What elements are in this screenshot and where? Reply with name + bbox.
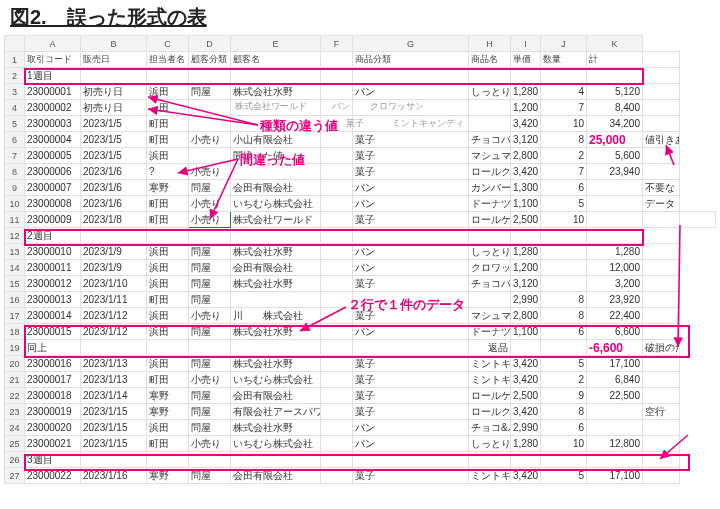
cell[interactable]: 7	[541, 100, 587, 116]
cell[interactable]	[189, 340, 231, 356]
cell[interactable]: 問屋	[189, 244, 231, 260]
cell[interactable]	[321, 244, 353, 260]
cell[interactable]: 22,500	[587, 388, 643, 404]
cell[interactable]: 2,990	[511, 420, 541, 436]
cell[interactable]: 浜田	[147, 276, 189, 292]
cell[interactable]: 23,940	[587, 164, 643, 180]
cell[interactable]: 小売り	[189, 372, 231, 388]
cell[interactable]: 破損のため	[643, 340, 680, 356]
cell[interactable]	[353, 452, 469, 468]
cell[interactable]: 6,840	[587, 372, 643, 388]
cell[interactable]: 2023/1/13	[81, 372, 147, 388]
col-G[interactable]: G	[353, 36, 469, 52]
cell[interactable]	[321, 228, 353, 244]
cell[interactable]: 23000005	[25, 148, 81, 164]
cell[interactable]: 2023/1/6	[81, 164, 147, 180]
row-header[interactable]: 5	[5, 116, 25, 132]
cell[interactable]: 2023/1/15	[81, 436, 147, 452]
cell[interactable]: ?	[147, 164, 189, 180]
cell[interactable]: 23000004	[25, 132, 81, 148]
cell[interactable]: 寒野	[147, 388, 189, 404]
cell[interactable]: マシュマロ	[469, 148, 511, 164]
cell[interactable]	[643, 452, 680, 468]
cell[interactable]: 問屋	[189, 260, 231, 276]
cell[interactable]: ドーナツ５個詰め	[469, 324, 511, 340]
cell[interactable]: 5	[541, 356, 587, 372]
cell[interactable]: 17,100	[587, 356, 643, 372]
cell[interactable]	[189, 452, 231, 468]
header-cell[interactable]	[643, 52, 680, 68]
cell[interactable]	[643, 84, 680, 100]
cell[interactable]	[321, 164, 353, 180]
cell[interactable]: パン	[353, 84, 469, 100]
cell[interactable]: 2023/1/14	[81, 388, 147, 404]
header-cell[interactable]: 取引コード	[25, 52, 81, 68]
cell[interactable]	[81, 452, 147, 468]
cell[interactable]: ロールクッキー詰め合わせ	[469, 404, 511, 420]
header-cell[interactable]: 担当者名	[147, 52, 189, 68]
cell[interactable]: 23000011	[25, 260, 81, 276]
col-J[interactable]: J	[541, 36, 587, 52]
cell[interactable]: 5	[541, 196, 587, 212]
cell[interactable]: 23000010	[25, 244, 81, 260]
cell[interactable]: 2023/1/9	[81, 260, 147, 276]
cell[interactable]	[469, 100, 511, 116]
cell[interactable]	[81, 340, 147, 356]
row-header[interactable]: 15	[5, 276, 25, 292]
cell[interactable]: データ	[643, 196, 680, 212]
cell[interactable]	[81, 228, 147, 244]
cell[interactable]	[541, 244, 587, 260]
cell[interactable]: 問屋	[189, 84, 231, 100]
row-header[interactable]: 8	[5, 164, 25, 180]
cell[interactable]	[231, 292, 321, 308]
cell[interactable]: チョコ&バニラクッキー	[469, 420, 511, 436]
cell[interactable]: 問屋	[189, 356, 231, 372]
cell[interactable]: ロールクッキー詰め合わせ	[469, 164, 511, 180]
cell[interactable]	[321, 148, 353, 164]
cell[interactable]: 2023/1/15	[81, 420, 147, 436]
cell[interactable]	[231, 100, 321, 116]
cell[interactable]: 2,500	[511, 388, 541, 404]
cell[interactable]	[321, 100, 353, 116]
cell[interactable]: 1週目	[25, 68, 81, 84]
cell[interactable]: 浜田	[147, 308, 189, 324]
cell[interactable]	[541, 68, 587, 84]
cell[interactable]	[643, 260, 680, 276]
cell[interactable]: 23000017	[25, 372, 81, 388]
row-header[interactable]: 25	[5, 436, 25, 452]
cell[interactable]	[587, 228, 643, 244]
cell[interactable]: 株式会社水野	[231, 84, 321, 100]
cell[interactable]	[321, 180, 353, 196]
cell[interactable]: 会田有限会社	[231, 260, 321, 276]
cell[interactable]: 2023/1/16	[81, 468, 147, 484]
cell[interactable]: 空行	[643, 404, 680, 420]
cell[interactable]	[231, 452, 321, 468]
cell[interactable]: 23000002	[25, 100, 81, 116]
cell[interactable]	[321, 436, 353, 452]
cell[interactable]	[511, 228, 541, 244]
cell[interactable]: 8	[541, 292, 587, 308]
cell[interactable]: 2023/1/5	[81, 116, 147, 132]
row-header[interactable]: 7	[5, 148, 25, 164]
cell[interactable]: ミントキャンディ	[469, 468, 511, 484]
cell[interactable]: 浜田	[147, 260, 189, 276]
cell[interactable]	[147, 228, 189, 244]
cell[interactable]: 会田有限会社	[231, 468, 321, 484]
cell[interactable]: 2023/1/6	[81, 180, 147, 196]
cell[interactable]	[231, 340, 321, 356]
cell[interactable]	[511, 340, 541, 356]
spreadsheet-grid[interactable]: A B C D E F G H I J K 1取引コード販売日担当者名顧客分類顧…	[4, 35, 716, 484]
header-cell[interactable]: 顧客名	[231, 52, 321, 68]
cell[interactable]: 23000015	[25, 324, 81, 340]
cell[interactable]: 3,120	[511, 276, 541, 292]
cell[interactable]: 8,400	[587, 100, 643, 116]
cell[interactable]	[231, 228, 321, 244]
cell[interactable]	[541, 452, 587, 468]
cell[interactable]	[189, 148, 231, 164]
cell[interactable]	[321, 468, 353, 484]
cell[interactable]: 23000006	[25, 164, 81, 180]
cell[interactable]: 町田	[147, 436, 189, 452]
col-D[interactable]: D	[189, 36, 231, 52]
cell[interactable]: 3,420	[511, 468, 541, 484]
cell[interactable]: 値引きあり	[643, 132, 680, 148]
